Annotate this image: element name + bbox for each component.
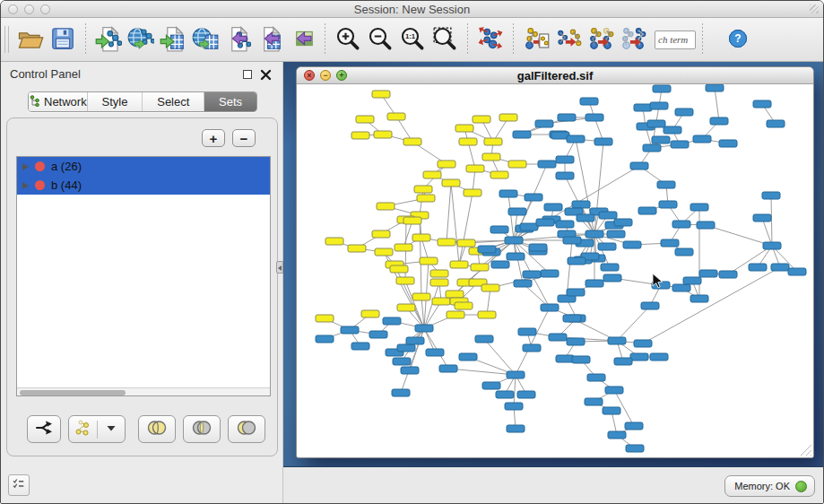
remove-set-button[interactable]: − xyxy=(232,129,256,147)
help-button[interactable]: ? xyxy=(722,23,754,56)
split-sets-button[interactable] xyxy=(27,415,61,443)
graph-node-blue[interactable] xyxy=(587,374,605,381)
graph-node-yellow[interactable] xyxy=(325,238,343,245)
graph-node-blue[interactable] xyxy=(538,161,556,168)
graph-node-blue[interactable] xyxy=(664,126,681,134)
graph-node-yellow[interactable] xyxy=(482,153,500,161)
graph-node-blue[interactable] xyxy=(626,445,644,452)
graph-node-blue[interactable] xyxy=(608,337,626,344)
scrollbar-thumb[interactable] xyxy=(20,390,126,395)
graph-node-yellow[interactable] xyxy=(348,245,366,252)
graph-node-yellow[interactable] xyxy=(316,315,334,322)
graph-node-yellow[interactable] xyxy=(412,293,430,300)
graph-edge[interactable] xyxy=(617,306,650,341)
graph-node-blue[interactable] xyxy=(536,219,554,226)
network-copy-button[interactable] xyxy=(520,23,552,56)
graph-node-blue[interactable] xyxy=(568,257,585,265)
memory-status-button[interactable]: Memory: OK xyxy=(724,475,815,497)
horizontal-scrollbar[interactable] xyxy=(17,387,270,395)
graph-node-blue[interactable] xyxy=(572,201,590,208)
intersection-button[interactable] xyxy=(183,415,221,443)
graph-node-blue[interactable] xyxy=(614,219,632,226)
graph-node-blue[interactable] xyxy=(710,117,728,125)
save-session-button[interactable] xyxy=(47,23,79,56)
graph-node-yellow[interactable] xyxy=(414,186,432,193)
graph-node-blue[interactable] xyxy=(556,221,574,228)
graph-node-blue[interactable] xyxy=(706,84,724,91)
graph-node-blue[interactable] xyxy=(513,131,531,138)
graph-node-blue[interactable] xyxy=(605,387,623,394)
graph-node-yellow[interactable] xyxy=(450,261,468,268)
graph-node-yellow[interactable] xyxy=(372,230,390,238)
graph-node-blue[interactable] xyxy=(675,248,693,256)
graph-node-blue[interactable] xyxy=(598,243,616,250)
graph-node-blue[interactable] xyxy=(788,268,806,275)
graph-node-blue[interactable] xyxy=(599,212,617,219)
graph-edge[interactable] xyxy=(715,88,719,121)
import-network-file-button[interactable] xyxy=(92,23,125,56)
graph-node-blue[interactable] xyxy=(401,367,419,374)
graph-node-blue[interactable] xyxy=(653,85,671,92)
graph-node-yellow[interactable] xyxy=(473,116,490,123)
graph-node-blue[interactable] xyxy=(490,226,508,233)
network-compare-button[interactable] xyxy=(552,23,585,56)
graph-node-blue[interactable] xyxy=(585,114,603,121)
graph-node-blue[interactable] xyxy=(603,407,620,414)
graph-node-blue[interactable] xyxy=(672,284,690,291)
graph-node-blue[interactable] xyxy=(634,104,652,111)
graph-node-blue[interactable] xyxy=(650,102,668,109)
graph-node-yellow[interactable] xyxy=(403,217,421,224)
network-frame-titlebar[interactable]: × − + galFiltered.sif xyxy=(297,67,813,84)
graph-edge[interactable] xyxy=(447,183,451,242)
graph-node-blue[interactable] xyxy=(567,338,585,345)
graph-node-yellow[interactable] xyxy=(442,179,460,187)
graph-edge[interactable] xyxy=(532,274,550,308)
graph-node-blue[interactable] xyxy=(507,371,525,378)
graph-node-blue[interactable] xyxy=(643,144,661,152)
graph-node-blue[interactable] xyxy=(585,230,603,238)
zoom-fit-button[interactable] xyxy=(429,23,461,56)
graph-node-yellow[interactable] xyxy=(390,265,408,273)
graph-node-blue[interactable] xyxy=(594,138,612,145)
chevron-down-icon[interactable] xyxy=(100,417,122,441)
graph-node-blue[interactable] xyxy=(351,343,369,350)
fullscreen-icon[interactable] xyxy=(810,4,819,13)
graph-node-blue[interactable] xyxy=(529,244,547,251)
graph-node-blue[interactable] xyxy=(563,315,581,322)
toolbar-drag-handle[interactable] xyxy=(4,26,9,53)
graph-node-blue[interactable] xyxy=(585,280,603,287)
graph-node-yellow[interactable] xyxy=(374,131,392,138)
graph-node-blue[interactable] xyxy=(693,135,711,143)
graph-node-yellow[interactable] xyxy=(438,239,455,246)
graph-node-blue[interactable] xyxy=(496,391,514,398)
graph-node-blue[interactable] xyxy=(478,246,496,253)
graph-node-blue[interactable] xyxy=(577,214,594,222)
import-table-web-button[interactable] xyxy=(189,23,221,56)
graph-node-blue[interactable] xyxy=(369,331,387,338)
create-set-from-selection-button[interactable] xyxy=(68,415,126,443)
import-network-web-button[interactable] xyxy=(125,23,157,56)
graph-node-yellow[interactable] xyxy=(466,165,484,172)
graph-node-blue[interactable] xyxy=(585,398,603,405)
export-table-button[interactable] xyxy=(254,23,286,56)
network-merge-right-button[interactable] xyxy=(617,23,649,56)
graph-node-blue[interactable] xyxy=(507,425,525,432)
graph-node-blue[interactable] xyxy=(690,204,708,211)
graph-node-yellow[interactable] xyxy=(499,114,517,121)
graph-node-blue[interactable] xyxy=(641,302,659,309)
graph-node-blue[interactable] xyxy=(517,391,535,398)
graph-node-blue[interactable] xyxy=(556,355,574,362)
graph-node-blue[interactable] xyxy=(482,382,500,389)
graph-node-blue[interactable] xyxy=(630,162,648,169)
graph-node-blue[interactable] xyxy=(397,344,415,352)
graph-node-yellow[interactable] xyxy=(396,277,414,284)
expander-icon[interactable] xyxy=(22,182,29,189)
graph-node-yellow[interactable] xyxy=(455,125,473,132)
graph-node-blue[interactable] xyxy=(601,264,619,271)
graph-node-blue[interactable] xyxy=(607,230,625,238)
graph-node-blue[interactable] xyxy=(650,353,668,361)
network-canvas[interactable] xyxy=(297,84,813,457)
graph-edge[interactable] xyxy=(706,225,772,246)
graph-node-blue[interactable] xyxy=(520,223,538,230)
graph-node-blue[interactable] xyxy=(753,214,771,222)
